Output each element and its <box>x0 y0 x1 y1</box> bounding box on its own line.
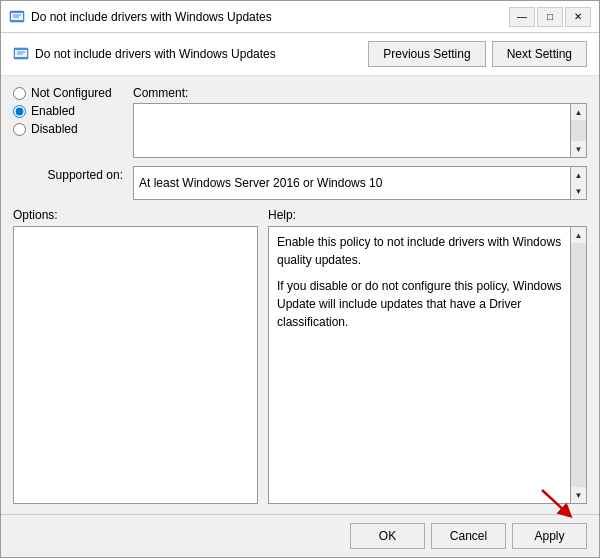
supported-value-col: At least Windows Server 2016 or Windows … <box>133 166 587 200</box>
comment-scroll-down[interactable]: ▼ <box>571 141 586 157</box>
next-setting-button[interactable]: Next Setting <box>492 41 587 67</box>
supported-scroll-down[interactable]: ▼ <box>571 183 586 199</box>
not-configured-option[interactable]: Not Configured <box>13 86 123 100</box>
not-configured-label: Not Configured <box>31 86 112 100</box>
radio-section: Not Configured Enabled Disabled <box>13 86 123 158</box>
supported-row: Supported on: At least Windows Server 20… <box>13 166 587 200</box>
apply-button[interactable]: Apply <box>512 523 587 549</box>
header-icon <box>13 46 29 62</box>
close-button[interactable]: ✕ <box>565 7 591 27</box>
supported-label: Supported on: <box>48 168 123 182</box>
dialog-header-buttons: Previous Setting Next Setting <box>368 41 587 67</box>
comment-scrollbar: ▲ ▼ <box>571 103 587 158</box>
title-icon <box>9 9 25 25</box>
help-box: Enable this policy to not include driver… <box>268 226 571 504</box>
ok-button[interactable]: OK <box>350 523 425 549</box>
apply-btn-wrapper: Apply <box>512 523 587 549</box>
disabled-radio[interactable] <box>13 123 26 136</box>
disabled-option[interactable]: Disabled <box>13 122 123 136</box>
enabled-radio[interactable] <box>13 105 26 118</box>
title-bar: Do not include drivers with Windows Upda… <box>1 1 599 33</box>
help-scroll-down[interactable]: ▼ <box>571 487 586 503</box>
dialog-header-title-text: Do not include drivers with Windows Upda… <box>35 47 276 61</box>
options-col: Options: <box>13 208 258 504</box>
help-label: Help: <box>268 208 587 222</box>
maximize-button[interactable]: □ <box>537 7 563 27</box>
minimize-button[interactable]: — <box>509 7 535 27</box>
comment-scrolltrack <box>571 120 586 141</box>
comment-textarea[interactable] <box>133 103 571 158</box>
supported-label-col: Supported on: <box>13 166 123 182</box>
comment-label: Comment: <box>133 86 587 100</box>
not-configured-radio[interactable] <box>13 87 26 100</box>
dialog-window: Do not include drivers with Windows Upda… <box>0 0 600 558</box>
previous-setting-button[interactable]: Previous Setting <box>368 41 485 67</box>
comment-scroll-up[interactable]: ▲ <box>571 104 586 120</box>
supported-scrollbar: ▲ ▼ <box>571 166 587 200</box>
comment-section: Comment: ▲ ▼ <box>133 86 587 158</box>
help-scroll-up[interactable]: ▲ <box>571 227 586 243</box>
dialog-body: Not Configured Enabled Disabled Comment:… <box>1 76 599 514</box>
disabled-label: Disabled <box>31 122 78 136</box>
bottom-section: Options: Help: Enable this policy to not… <box>13 208 587 504</box>
dialog-header-title: Do not include drivers with Windows Upda… <box>13 46 276 62</box>
dialog-footer: OK Cancel Apply <box>1 514 599 557</box>
top-section: Not Configured Enabled Disabled Comment:… <box>13 86 587 158</box>
options-label: Options: <box>13 208 258 222</box>
help-col: Help: Enable this policy to not include … <box>268 208 587 504</box>
help-paragraph-2: If you disable or do not configure this … <box>277 277 562 331</box>
help-scrollbar: ▲ ▼ <box>571 226 587 504</box>
help-scrolltrack <box>571 243 586 487</box>
help-box-wrapper: Enable this policy to not include driver… <box>268 226 587 504</box>
cancel-button[interactable]: Cancel <box>431 523 506 549</box>
options-box <box>13 226 258 504</box>
title-bar-controls: — □ ✕ <box>509 7 591 27</box>
enabled-option[interactable]: Enabled <box>13 104 123 118</box>
supported-value: At least Windows Server 2016 or Windows … <box>133 166 571 200</box>
help-paragraph-1: Enable this policy to not include driver… <box>277 233 562 269</box>
enabled-label: Enabled <box>31 104 75 118</box>
dialog-header: Do not include drivers with Windows Upda… <box>1 33 599 76</box>
title-bar-text: Do not include drivers with Windows Upda… <box>31 10 509 24</box>
supported-scroll-up[interactable]: ▲ <box>571 167 586 183</box>
